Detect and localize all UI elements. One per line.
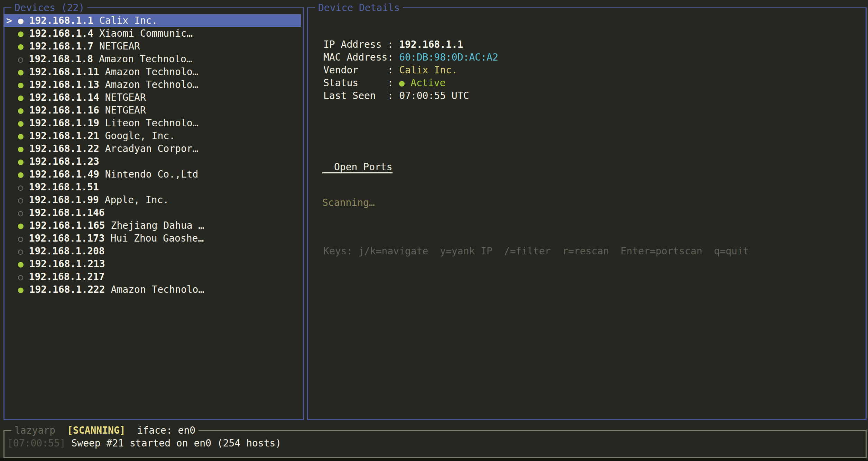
- device-details-panel: Device Details IP Address : 192.168.1.1M…: [307, 7, 867, 420]
- device-vendor: Liteon Technolo…: [99, 117, 198, 129]
- detail-label: Status :: [323, 77, 399, 89]
- selection-cursor: [6, 156, 18, 167]
- status-dot-inactive: [18, 250, 23, 255]
- device-row[interactable]: 192.168.1.51: [4, 181, 301, 193]
- device-row[interactable]: 192.168.1.23: [4, 155, 301, 168]
- status-dot-inactive: [18, 275, 23, 280]
- device-ip: 192.168.1.213: [24, 258, 105, 270]
- detail-value: Active: [410, 77, 445, 89]
- device-row[interactable]: 192.168.1.16NETGEAR: [4, 104, 301, 117]
- status-dot-icon: [399, 81, 405, 87]
- status-dot-active: [18, 262, 24, 268]
- device-row[interactable]: 192.168.1.173Hui Zhou Gaoshe…: [4, 232, 301, 245]
- status-dot-active: [18, 134, 24, 139]
- device-row[interactable]: 192.168.1.165Zhejiang Dahua …: [4, 219, 301, 232]
- device-row[interactable]: 192.168.1.21Google, Inc.: [4, 129, 301, 142]
- device-vendor: Arcadyan Corpor…: [99, 143, 198, 154]
- selection-cursor: [6, 258, 18, 270]
- device-vendor: Amazon Technolo…: [99, 66, 198, 78]
- device-row[interactable]: 192.168.1.99Apple, Inc.: [4, 193, 301, 206]
- detail-row: Last Seen : 07:00:55 UTC: [323, 89, 749, 102]
- selection-cursor: [6, 53, 18, 65]
- selection-cursor: [6, 143, 18, 154]
- device-row[interactable]: 192.168.1.22Arcadyan Corpor…: [4, 142, 301, 155]
- status-dot-inactive: [18, 211, 23, 216]
- device-row[interactable]: 192.168.1.208: [4, 245, 301, 257]
- detail-row: IP Address : 192.168.1.1: [323, 38, 749, 51]
- device-ip: 192.168.1.8: [23, 53, 93, 65]
- selection-cursor: [6, 105, 18, 116]
- app-name: lazyarp: [15, 425, 55, 436]
- status-dot-inactive: [18, 57, 23, 63]
- device-ip: 192.168.1.165: [24, 220, 105, 231]
- status-panel-title: lazyarp[SCANNING]iface: en0: [11, 424, 198, 437]
- device-ip: 192.168.1.11: [24, 66, 99, 78]
- status-dot-active: [18, 31, 24, 37]
- device-ip: 192.168.1.13: [24, 79, 99, 90]
- status-dot-active: [18, 108, 24, 114]
- status-dot-active: [18, 19, 24, 24]
- detail-row: MAC Address: 60:DB:98:0D:AC:A2: [323, 51, 749, 64]
- device-row[interactable]: 192.168.1.19Liteon Technolo…: [4, 117, 301, 129]
- selection-cursor: [6, 207, 18, 218]
- device-ip: 192.168.1.208: [23, 245, 105, 257]
- device-vendor: Apple, Inc.: [99, 194, 169, 206]
- detail-value: 60:DB:98:0D:AC:A2: [399, 52, 498, 63]
- device-ip: 192.168.1.146: [23, 207, 105, 218]
- device-row[interactable]: 192.168.1.14NETGEAR: [4, 91, 301, 104]
- device-vendor: Zhejiang Dahua …: [105, 220, 204, 231]
- status-dot-active: [18, 44, 24, 50]
- selection-cursor: [6, 271, 18, 282]
- terminal-screen: Devices (22) > 192.168.1.1Calix Inc. 192…: [0, 0, 868, 461]
- device-row[interactable]: 192.168.1.8Amazon Technolo…: [4, 53, 301, 65]
- selection-cursor: [6, 130, 18, 142]
- selection-cursor: [6, 28, 18, 39]
- detail-value: 192.168.1.1: [399, 39, 463, 50]
- detail-row: Vendor : Calix Inc.: [323, 64, 749, 76]
- device-row[interactable]: 192.168.1.217: [4, 270, 301, 283]
- device-vendor: Amazon Technolo…: [105, 284, 204, 295]
- status-dot-active: [18, 83, 24, 88]
- status-dot-active: [18, 160, 24, 165]
- status-dot-inactive: [18, 198, 23, 204]
- detail-value: 07:00:55 UTC: [399, 90, 469, 101]
- device-ip: 192.168.1.4: [24, 28, 93, 39]
- device-row[interactable]: 192.168.1.49Nintendo Co.,Ltd: [4, 168, 301, 181]
- detail-label: IP Address :: [323, 39, 399, 50]
- details-panel-title: Device Details: [315, 1, 403, 14]
- detail-label: Vendor :: [323, 64, 399, 76]
- device-ip: 192.168.1.7: [24, 40, 93, 52]
- device-row[interactable]: 192.168.1.4Xiaomi Communic…: [4, 27, 301, 40]
- device-row[interactable]: 192.168.1.213: [4, 257, 301, 270]
- selection-cursor: [6, 245, 18, 257]
- device-row[interactable]: 192.168.1.7NETGEAR: [4, 40, 301, 53]
- device-ip: 192.168.1.173: [23, 233, 105, 244]
- device-row[interactable]: 192.168.1.13Amazon Technolo…: [4, 78, 301, 91]
- device-vendor: Google, Inc.: [99, 130, 175, 142]
- device-ip: 192.168.1.222: [24, 284, 105, 295]
- selection-cursor: [6, 220, 18, 231]
- device-vendor: Hui Zhou Gaoshe…: [105, 233, 204, 244]
- device-vendor: Amazon Technolo…: [99, 79, 198, 90]
- log-message: Sweep #21 started on en0 (254 hosts): [66, 437, 281, 449]
- device-row[interactable]: 192.168.1.11Amazon Technolo…: [4, 65, 301, 78]
- device-ip: 192.168.1.1: [24, 15, 93, 26]
- status-dot-active: [18, 224, 24, 229]
- device-vendor: NETGEAR: [93, 40, 140, 52]
- selection-cursor: [6, 233, 18, 244]
- device-ip: 192.168.1.23: [24, 156, 99, 167]
- device-ip: 192.168.1.51: [23, 181, 99, 193]
- device-row[interactable]: > 192.168.1.1Calix Inc.: [3, 14, 301, 27]
- device-ip: 192.168.1.217: [23, 271, 105, 282]
- device-row[interactable]: 192.168.1.146: [4, 206, 301, 219]
- detail-row: Status : Active: [323, 76, 749, 89]
- detail-fields: IP Address : 192.168.1.1MAC Address: 60:…: [323, 38, 749, 102]
- status-dot-active: [18, 121, 24, 127]
- device-row[interactable]: 192.168.1.222Amazon Technolo…: [4, 283, 301, 296]
- iface-label: iface: en0: [137, 425, 196, 436]
- device-list: > 192.168.1.1Calix Inc. 192.168.1.4Xiaom…: [4, 14, 303, 296]
- status-panel: lazyarp[SCANNING]iface: en0 [07:00:55]Sw…: [3, 430, 867, 458]
- devices-panel-title: Devices (22): [11, 1, 87, 14]
- status-dot-active: [18, 147, 24, 152]
- status-dot-active: [18, 172, 24, 178]
